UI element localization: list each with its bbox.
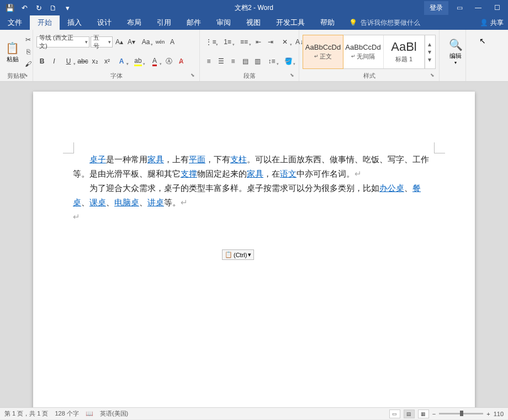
word-count[interactable]: 128 个字: [55, 410, 78, 418]
style-item-nospacing[interactable]: AaBbCcDd ↵无间隔: [343, 35, 384, 68]
link[interactable]: 支柱: [230, 155, 247, 164]
document-area[interactable]: 桌子是一种常用家具，上有平面，下有支柱。可以在上面放东西、做事情、吃饭、写字、工…: [0, 82, 508, 407]
change-case-button[interactable]: Aa: [138, 36, 154, 47]
line-spacing-button[interactable]: ↕≡: [264, 56, 279, 67]
superscript-button[interactable]: x²: [102, 56, 113, 67]
share-button[interactable]: 👤 共享: [475, 15, 508, 30]
paragraph[interactable]: 桌子是一种常用家具，上有平面，下有支柱。可以在上面放东西、做事情、吃饭、写字、工…: [73, 152, 435, 181]
zoom-out-button[interactable]: −: [432, 411, 436, 417]
cut-button[interactable]: ✂: [23, 34, 34, 45]
minimize-button[interactable]: —: [470, 1, 486, 14]
spellcheck-icon[interactable]: 📖: [86, 410, 93, 417]
multilevel-button[interactable]: ≡≡: [236, 36, 252, 47]
distribute-button[interactable]: ▥: [252, 56, 263, 67]
read-mode-button[interactable]: ▭: [389, 410, 400, 418]
numbering-button[interactable]: 1≡: [220, 36, 235, 47]
align-left-button[interactable]: ≡: [203, 56, 214, 67]
link[interactable]: 课桌: [89, 198, 106, 207]
align-right-button[interactable]: ≡: [227, 56, 239, 67]
style-item-heading1[interactable]: AaBl 标题 1: [384, 35, 425, 68]
dec-indent-button[interactable]: ⇤: [253, 36, 264, 47]
redo-button[interactable]: ↻: [32, 1, 45, 14]
char-border-button[interactable]: A: [167, 36, 178, 47]
editing-label: 编辑: [449, 52, 462, 59]
link[interactable]: 家具: [247, 169, 263, 178]
language-indicator[interactable]: 英语(美国): [100, 410, 128, 418]
link[interactable]: 平面: [189, 155, 205, 164]
bold-button[interactable]: B: [36, 56, 47, 67]
chevron-down-icon: ▾: [248, 251, 251, 258]
print-layout-button[interactable]: ▤: [404, 410, 415, 418]
font-size-combo[interactable]: 五号: [91, 36, 113, 47]
undo-button[interactable]: ↶: [18, 1, 31, 14]
font-family-combo[interactable]: 等线 (西文正文): [36, 36, 89, 47]
grow-font-button[interactable]: A▴: [114, 36, 125, 47]
pilcrow-icon: ↵: [181, 198, 188, 207]
zoom-slider[interactable]: [439, 413, 483, 414]
link[interactable]: 桌子: [89, 155, 106, 164]
justify-button[interactable]: ▤: [240, 56, 251, 67]
inc-indent-button[interactable]: ⇥: [265, 36, 276, 47]
font-launcher-icon[interactable]: ⬊: [190, 71, 195, 79]
shrink-font-button[interactable]: A▾: [126, 36, 137, 47]
save-button[interactable]: 💾: [3, 1, 17, 14]
text-effects-button[interactable]: A: [114, 56, 129, 67]
text-direction-button[interactable]: ✕: [277, 36, 293, 47]
qat-more-button[interactable]: ▾: [61, 1, 74, 14]
styles-launcher-icon[interactable]: ⬊: [430, 71, 435, 79]
document-body[interactable]: 桌子是一种常用家具，上有平面，下有支柱。可以在上面放东西、做事情、吃饭、写字、工…: [73, 152, 435, 224]
shading-button[interactable]: 🪣: [281, 56, 296, 67]
bullets-button[interactable]: ⋮≡: [203, 36, 219, 47]
paste-options-button[interactable]: 📋 (Ctrl) ▾: [222, 249, 254, 260]
tab-home[interactable]: 开始: [30, 15, 60, 30]
circled-char-button[interactable]: Ⓐ: [163, 56, 174, 67]
clear-formatting-button[interactable]: A̷: [176, 56, 187, 67]
paragraph[interactable]: 为了迎合大众需求，桌子的类型丰富多样。桌子按需求可以分为很多类别，比如办公桌、餐…: [73, 181, 435, 210]
page-indicator[interactable]: 第 1 页，共 1 页: [4, 410, 48, 418]
para-launcher-icon[interactable]: ⬊: [290, 71, 294, 79]
group-styles: AaBbCcDd ↵正文 AaBbCcDd ↵无间隔 AaBl 标题 1 ▴▾▾…: [299, 30, 440, 81]
align-center-button[interactable]: ☰: [215, 56, 226, 67]
format-painter-button[interactable]: 🖌: [23, 59, 34, 70]
link[interactable]: 支撑: [181, 169, 197, 178]
tab-insert[interactable]: 插入: [60, 15, 89, 30]
clipboard-launcher-icon[interactable]: ⬊: [24, 71, 28, 79]
tab-review[interactable]: 审阅: [209, 15, 239, 30]
font-color-button[interactable]: A: [147, 56, 162, 67]
underline-button[interactable]: U: [61, 56, 76, 67]
tab-file[interactable]: 文件: [0, 15, 30, 30]
slider-thumb[interactable]: [460, 411, 463, 416]
ribbon-opts-icon[interactable]: ▭: [452, 1, 467, 14]
tab-view[interactable]: 视图: [239, 15, 268, 30]
zoom-in-button[interactable]: +: [486, 411, 490, 417]
italic-button[interactable]: I: [49, 56, 60, 67]
styles-more-button[interactable]: ▴▾▾: [425, 35, 433, 68]
phonetic-guide-button[interactable]: wén: [155, 36, 166, 47]
new-doc-button[interactable]: 🗋: [46, 1, 60, 14]
style-item-normal[interactable]: AaBbCcDd ↵正文: [303, 35, 343, 69]
web-layout-button[interactable]: ▦: [418, 410, 429, 418]
link[interactable]: 办公桌: [379, 183, 404, 193]
paste-button[interactable]: 📋 粘贴: [3, 40, 22, 63]
tab-references[interactable]: 引用: [149, 15, 179, 30]
tab-design[interactable]: 设计: [89, 15, 119, 30]
tab-mailings[interactable]: 邮件: [179, 15, 209, 30]
tell-me-search[interactable]: 💡 告诉我你想要做什么: [342, 15, 420, 30]
link[interactable]: 语文: [280, 169, 297, 178]
link[interactable]: 电脑桌: [114, 198, 139, 207]
tab-developer[interactable]: 开发工具: [268, 15, 313, 30]
copy-button[interactable]: ⎘: [23, 46, 34, 57]
highlight-button[interactable]: ab: [130, 56, 146, 67]
zoom-level[interactable]: 110: [494, 411, 504, 417]
link[interactable]: 讲桌: [147, 198, 164, 207]
login-button[interactable]: 登录: [424, 1, 448, 15]
maximize-button[interactable]: ☐: [489, 1, 505, 14]
paragraph-empty[interactable]: ↵: [73, 210, 435, 224]
subscript-button[interactable]: x₂: [89, 56, 100, 67]
style-name-label: 标题 1: [395, 55, 412, 63]
find-button[interactable]: 🔍 编辑 ▾: [443, 37, 468, 66]
link[interactable]: 家具: [147, 155, 164, 164]
tab-help[interactable]: 帮助: [313, 15, 342, 30]
tab-layout[interactable]: 布局: [119, 15, 149, 30]
strikethrough-button[interactable]: abc: [77, 56, 88, 67]
